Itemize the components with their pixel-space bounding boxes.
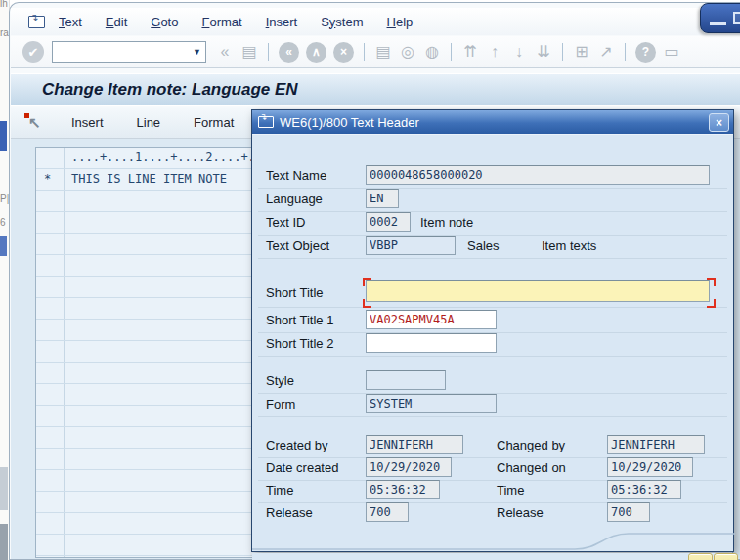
bg-fragment: P| bbox=[0, 194, 9, 204]
release-changed-field[interactable]: 700 bbox=[607, 502, 650, 522]
cancel-button[interactable]: ✖ bbox=[714, 553, 738, 560]
cancel-icon[interactable]: × bbox=[333, 42, 354, 63]
form-label: Form bbox=[266, 397, 295, 411]
create-shortcut-icon[interactable]: ↗ bbox=[597, 42, 615, 62]
find-next-icon[interactable]: ◍ bbox=[423, 42, 441, 62]
short-title-1-label: Short Title 1 bbox=[266, 313, 333, 327]
ruler: ....+....1....+....2....+.. bbox=[71, 151, 262, 164]
line-text[interactable]: THIS IS LINE ITEM NOTE bbox=[71, 172, 227, 186]
release-created-field[interactable]: 700 bbox=[366, 502, 409, 522]
time-changed-field[interactable]: 05:36:32 bbox=[607, 480, 681, 499]
text-id-description: Item note bbox=[420, 215, 473, 230]
first-page-icon[interactable]: ⇈ bbox=[461, 42, 479, 62]
toolbar-separator bbox=[562, 43, 563, 61]
save-icon[interactable]: ▤ bbox=[240, 42, 258, 62]
text-id-row: Text ID 0002 Item note bbox=[258, 211, 727, 236]
focus-corner bbox=[363, 278, 371, 286]
text-header-dialog: WE6(1)/800 Text Header × Text Name 00000… bbox=[251, 109, 734, 552]
close-icon[interactable]: × bbox=[709, 113, 729, 132]
dialog-button-bar: ✔ ✖ bbox=[252, 553, 733, 560]
insert-button[interactable]: Insert bbox=[67, 113, 108, 132]
command-combobox: ▼ bbox=[52, 41, 206, 63]
short-title-row: Short Title bbox=[258, 280, 727, 308]
menu-item-system[interactable]: System bbox=[321, 15, 363, 29]
customize-layout-icon[interactable]: ▭ bbox=[663, 42, 680, 62]
created-by-field[interactable]: JENNIFERH bbox=[366, 435, 463, 454]
form-field[interactable]: SYSTEM bbox=[366, 394, 497, 413]
toolbar-separator bbox=[268, 43, 269, 61]
short-title-2-row: Short Title 2 bbox=[258, 332, 727, 357]
style-field[interactable] bbox=[366, 370, 446, 390]
style-row: Style bbox=[258, 369, 727, 394]
bg-fragment: 6 bbox=[0, 217, 6, 228]
created-changed-by-row: Created by JENNIFERH Changed by JENNIFER… bbox=[258, 434, 727, 458]
text-name-field[interactable]: 0000048658000020 bbox=[366, 165, 710, 185]
language-row: Language EN bbox=[258, 188, 727, 212]
bg-selection-bar bbox=[0, 121, 7, 151]
line-button[interactable]: Line bbox=[133, 113, 165, 132]
focus-corner bbox=[707, 278, 716, 286]
footer-divider bbox=[252, 530, 733, 553]
text-id-field[interactable]: 0002 bbox=[366, 212, 411, 232]
previous-page-icon[interactable]: ↑ bbox=[486, 42, 503, 62]
focus-corner bbox=[363, 299, 371, 308]
command-field[interactable] bbox=[53, 42, 189, 62]
language-field[interactable]: EN bbox=[366, 189, 399, 208]
changed-by-field[interactable]: JENNIFERH bbox=[607, 435, 705, 454]
menu-item-edit[interactable]: Edit bbox=[106, 15, 127, 29]
text-object-label: Text Object bbox=[266, 238, 329, 253]
text-name-label: Text Name bbox=[266, 168, 326, 183]
changed-on-field[interactable]: 10/29/2020 bbox=[607, 457, 693, 477]
short-title-1-field[interactable] bbox=[366, 310, 497, 329]
short-title-2-label: Short Title 2 bbox=[266, 336, 333, 351]
exit-icon[interactable]: ∧ bbox=[306, 42, 326, 63]
confirm-button[interactable]: ✔ bbox=[688, 553, 713, 560]
new-session-icon[interactable]: ⊞ bbox=[573, 42, 590, 62]
maximize-icon[interactable] bbox=[733, 12, 740, 24]
find-icon[interactable]: ◎ bbox=[399, 42, 416, 62]
menu-item-help[interactable]: Help bbox=[387, 15, 414, 29]
help-icon[interactable]: ? bbox=[635, 42, 656, 63]
created-by-label: Created by bbox=[266, 438, 328, 452]
next-page-icon[interactable]: ↓ bbox=[510, 42, 528, 62]
releases-row: Release 700 Release 700 bbox=[258, 501, 727, 525]
date-created-field[interactable]: 10/29/2020 bbox=[366, 457, 452, 477]
text-object-row: Text Object VBBP Sales Item texts bbox=[258, 235, 727, 259]
text-id-label: Text ID bbox=[266, 215, 305, 230]
language-label: Language bbox=[266, 192, 323, 206]
times-row: Time 05:36:32 Time 05:36:32 bbox=[258, 479, 727, 503]
menu-bar-items: TextEditGotoFormatInsertSystemHelp bbox=[59, 15, 413, 29]
last-page-icon[interactable]: ⇊ bbox=[535, 42, 552, 62]
menu-item-goto[interactable]: Goto bbox=[151, 15, 178, 29]
menu-item-format[interactable]: Format bbox=[201, 15, 241, 29]
minimize-icon[interactable] bbox=[710, 12, 726, 25]
sap-screen-icon[interactable] bbox=[28, 16, 45, 28]
text-object-field[interactable]: VBBP bbox=[366, 236, 456, 255]
format-button[interactable]: Format bbox=[190, 113, 238, 132]
dialog-title: WE6(1)/800 Text Header bbox=[280, 115, 419, 130]
dialog-screen-icon bbox=[258, 116, 274, 128]
menu-item-text[interactable]: Text bbox=[59, 15, 82, 29]
back-icon[interactable]: « bbox=[279, 42, 299, 63]
menu-item-insert[interactable]: Insert bbox=[266, 15, 298, 29]
page-title: Change Item note: Language EN bbox=[42, 80, 298, 100]
dialog-titlebar[interactable]: WE6(1)/800 Text Header × bbox=[252, 110, 733, 134]
toolbar-separator bbox=[364, 43, 365, 61]
dates-row: Date created 10/29/2020 Changed on 10/29… bbox=[258, 456, 727, 481]
date-created-label: Date created bbox=[266, 460, 338, 475]
enter-icon[interactable]: ✔ bbox=[22, 41, 44, 63]
print-icon[interactable]: ▤ bbox=[374, 42, 392, 62]
combo-dropdown-icon[interactable]: ▼ bbox=[189, 42, 205, 62]
bg-block bbox=[0, 467, 8, 510]
short-title-2-field[interactable] bbox=[366, 333, 497, 353]
time-created-field[interactable]: 05:36:32 bbox=[366, 480, 440, 499]
short-title-field[interactable] bbox=[366, 280, 710, 302]
selection-mode-icon[interactable]: ↖ bbox=[24, 113, 42, 131]
style-label: Style bbox=[266, 373, 294, 388]
short-title-1-row: Short Title 1 bbox=[258, 309, 727, 333]
bg-selection-bar bbox=[0, 236, 7, 256]
screen-title-band: Change Item note: Language EN bbox=[11, 73, 740, 106]
menu-bar: TextEditGotoFormatInsertSystemHelp bbox=[11, 8, 740, 35]
collapse-chevron-icon[interactable]: « bbox=[216, 42, 234, 62]
standard-toolbar: ✔ ▼ «▤«∧×▤◎◍⇈↑↓⇊⊞↗?▭ bbox=[11, 36, 740, 68]
